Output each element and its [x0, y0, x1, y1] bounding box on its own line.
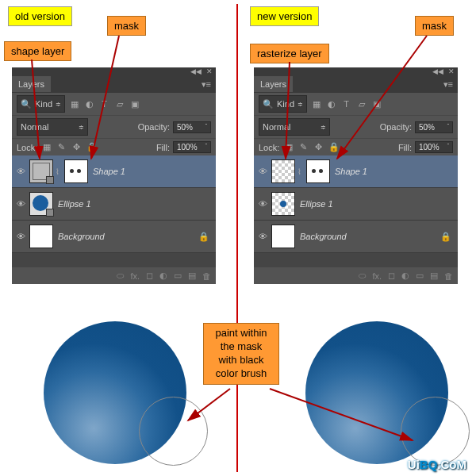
arrow-mask-right — [337, 36, 427, 159]
arrow-rasterize — [286, 62, 290, 159]
arrow-hint-left — [188, 389, 230, 420]
arrow-shape-layer — [32, 60, 40, 159]
watermark: UiBQ.CoM — [408, 458, 466, 471]
arrow-mask-left — [91, 36, 119, 159]
annotation-arrows — [0, 0, 476, 476]
arrow-hint-right — [270, 389, 413, 440]
